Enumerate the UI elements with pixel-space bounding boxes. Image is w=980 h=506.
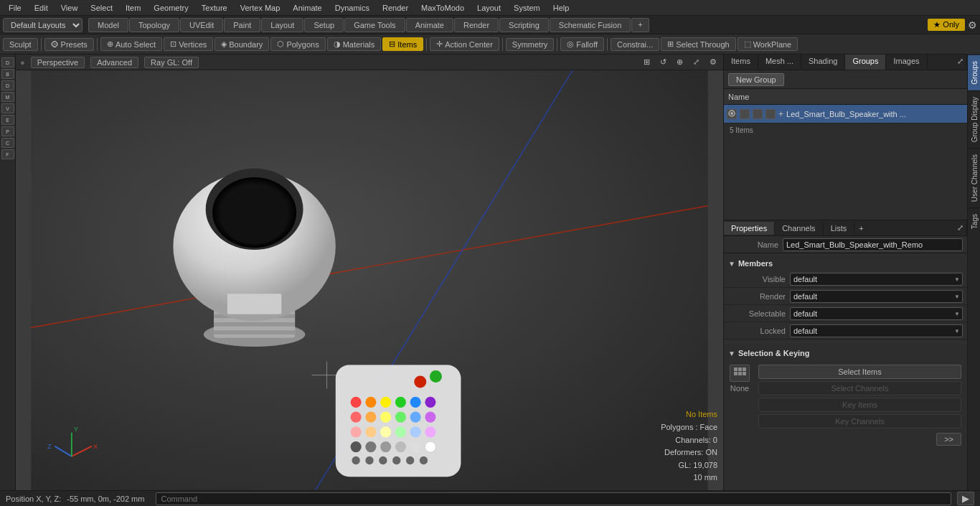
- select-through-btn[interactable]: ⊞ Select Through: [661, 37, 735, 51]
- menu-system[interactable]: System: [508, 2, 546, 14]
- action-center-btn[interactable]: ✛ Action Center: [430, 37, 499, 51]
- viewport[interactable]: ● Perspective Advanced Ray GL: Off ⊞ ↺ ⊕…: [16, 55, 723, 490]
- menu-edit[interactable]: Edit: [29, 2, 54, 14]
- select-channels-button[interactable]: Select Channels: [758, 381, 961, 395]
- polygons-btn[interactable]: ⬡ Polygons: [270, 37, 325, 51]
- locked-select[interactable]: default: [790, 324, 963, 337]
- rp-tab-mesh[interactable]: Mesh ...: [758, 55, 801, 70]
- group-eye-toggle[interactable]: [727, 109, 737, 119]
- sculpt-btn[interactable]: Sculpt: [3, 38, 38, 51]
- group-lock-toggle[interactable]: [753, 109, 763, 119]
- items-btn[interactable]: ⊟ Items: [382, 37, 423, 51]
- symmetry-btn[interactable]: Symmetry: [506, 38, 555, 51]
- tool-icon-1[interactable]: D: [1, 57, 14, 67]
- command-input[interactable]: [156, 492, 951, 505]
- tool-icon-3[interactable]: D: [1, 80, 14, 90]
- presets-btn[interactable]: ⭙ Presets: [44, 38, 94, 51]
- viewport-advanced-btn[interactable]: Advanced: [90, 57, 138, 68]
- props-tab-channels[interactable]: Channels: [775, 222, 823, 235]
- viewport-expand-icon[interactable]: ⤢: [693, 57, 699, 67]
- layout-dropdown[interactable]: Default Layouts: [3, 18, 83, 32]
- tool-icon-4[interactable]: M: [1, 92, 14, 102]
- menu-file[interactable]: File: [3, 2, 27, 14]
- props-expand-btn[interactable]: ⤢: [954, 221, 967, 235]
- menu-layout[interactable]: Layout: [471, 2, 507, 14]
- menu-dynamics[interactable]: Dynamics: [329, 2, 375, 14]
- tab-paint[interactable]: Paint: [224, 18, 260, 32]
- materials-btn[interactable]: ◑ Materials: [327, 37, 382, 51]
- menu-geometry[interactable]: Geometry: [148, 2, 194, 14]
- tool-icon-6[interactable]: E: [1, 115, 14, 125]
- tab-schematic-fusion[interactable]: Schematic Fusion: [550, 18, 631, 32]
- tool-icon-5[interactable]: V: [1, 103, 14, 113]
- expand-button[interactable]: >>: [936, 433, 961, 446]
- tool-icon-7[interactable]: P: [1, 126, 14, 136]
- menu-view[interactable]: View: [55, 2, 84, 14]
- viewport-perspective-btn[interactable]: Perspective: [31, 57, 85, 68]
- sel-keying-toggle[interactable]: ▼: [728, 350, 735, 357]
- viewport-fit-icon[interactable]: ⊞: [644, 57, 650, 67]
- tab-render[interactable]: Render: [454, 18, 499, 32]
- rp-tab-images[interactable]: Images: [886, 55, 927, 70]
- tool-icon-9[interactable]: F: [1, 149, 14, 159]
- rp-tab-shading[interactable]: Shading: [801, 55, 845, 70]
- tab-uvedit[interactable]: UVEdit: [180, 18, 223, 32]
- only-badge[interactable]: ★ Only: [928, 19, 965, 31]
- select-items-button[interactable]: Select Items: [758, 365, 961, 379]
- key-channels-button[interactable]: Key Channels: [758, 414, 961, 428]
- vtab-tags[interactable]: Tags: [968, 207, 980, 235]
- viewport-zoom-icon[interactable]: ⊕: [677, 57, 683, 67]
- new-group-button[interactable]: New Group: [728, 73, 784, 86]
- menu-item[interactable]: Item: [120, 2, 146, 14]
- falloff-btn[interactable]: ◎ Falloff: [560, 37, 604, 51]
- selectable-select[interactable]: default: [790, 307, 963, 320]
- members-toggle[interactable]: ▼: [728, 260, 735, 268]
- boundary-btn[interactable]: ◈ Boundary: [215, 37, 269, 51]
- viewport-raygl-btn[interactable]: Ray GL: Off: [144, 57, 199, 68]
- menu-help[interactable]: Help: [547, 2, 575, 14]
- tab-scripting[interactable]: Scripting: [499, 18, 549, 32]
- vertices-btn[interactable]: ⊡ Vertices: [164, 37, 213, 51]
- tab-add[interactable]: +: [631, 18, 649, 32]
- viewport-settings-icon[interactable]: ⚙: [710, 57, 717, 67]
- tool-icon-8[interactable]: C: [1, 138, 14, 148]
- layout-settings-icon[interactable]: ⚙: [968, 19, 977, 31]
- props-name-input[interactable]: [783, 238, 963, 251]
- vtab-user-channels[interactable]: User Channels: [968, 148, 980, 207]
- tab-setup[interactable]: Setup: [304, 18, 344, 32]
- props-tab-add[interactable]: +: [854, 222, 867, 235]
- menu-select[interactable]: Select: [85, 2, 118, 14]
- tab-model[interactable]: Model: [88, 18, 128, 32]
- group-item-bulb[interactable]: + Led_Smart_Bulb_Speaker_with ...: [724, 105, 967, 123]
- auto-select-btn[interactable]: ⊕ Auto Select: [100, 37, 162, 51]
- viewport-rotate-icon[interactable]: ↺: [660, 57, 666, 67]
- menu-maxtomodo[interactable]: MaxToModo: [415, 2, 470, 14]
- viewport-canvas[interactable]: X Z Y No Items Polygons : Face Channels:…: [16, 70, 723, 490]
- rp-tab-items[interactable]: Items: [724, 55, 758, 70]
- tool-icon-2[interactable]: B: [1, 69, 14, 79]
- command-run-button[interactable]: ▶: [957, 492, 974, 505]
- menu-animate[interactable]: Animate: [287, 2, 327, 14]
- props-tab-lists[interactable]: Lists: [824, 222, 855, 235]
- key-items-button[interactable]: Key Items: [758, 398, 961, 412]
- rp-tab-expand[interactable]: ⤢: [954, 55, 967, 70]
- group-render-toggle[interactable]: [740, 109, 750, 119]
- visible-select[interactable]: default: [790, 273, 963, 286]
- menu-texture[interactable]: Texture: [196, 2, 233, 14]
- props-tab-properties[interactable]: Properties: [724, 222, 775, 235]
- group-extra-toggle[interactable]: [765, 109, 776, 119]
- workplane-btn[interactable]: ⬚ WorkPlane: [738, 37, 798, 51]
- tab-animate[interactable]: Animate: [406, 18, 453, 32]
- sel-keying-icon[interactable]: [730, 365, 750, 382]
- menu-vertex-map[interactable]: Vertex Map: [235, 2, 286, 14]
- vtab-group-display[interactable]: Group Display: [968, 90, 980, 148]
- vtab-groups[interactable]: Groups: [968, 55, 980, 90]
- constraints-btn[interactable]: Constrai...: [611, 38, 659, 51]
- tab-layout[interactable]: Layout: [261, 18, 303, 32]
- menu-render[interactable]: Render: [377, 2, 414, 14]
- tab-game-tools[interactable]: Game Tools: [344, 18, 405, 32]
- rp-tab-groups[interactable]: Groups: [845, 55, 886, 70]
- group-item-name[interactable]: Led_Smart_Bulb_Speaker_with ...: [786, 110, 964, 118]
- render-select[interactable]: default: [790, 290, 963, 303]
- tab-topology[interactable]: Topology: [129, 18, 179, 32]
